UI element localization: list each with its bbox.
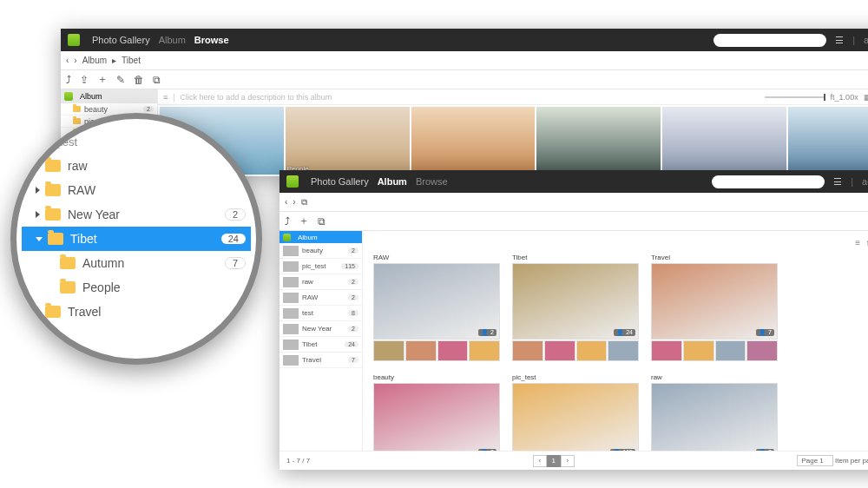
album-cover: 👤 7 — [651, 263, 778, 340]
app-title: Photo Gallery — [311, 176, 369, 187]
user-label[interactable]: admin — [862, 176, 868, 187]
tree-item[interactable]: RAW — [22, 178, 251, 202]
nav-album[interactable]: Album — [378, 176, 407, 187]
album-card[interactable]: pic_test👤 115 — [512, 373, 639, 454]
nav-browse[interactable]: Browse — [194, 35, 229, 45]
share-icon[interactable]: ⤴ — [66, 74, 71, 86]
user-label[interactable]: admin — [864, 35, 868, 45]
range-label: 1 - 7 / 7 — [286, 457, 310, 465]
album-grid: ≡ ↑↓｜ ︿ RAW👤 2Tibet👤 24Travel👤 7beauty👤 … — [363, 231, 868, 454]
filter-icon[interactable]: ☰ — [835, 35, 844, 46]
description-input[interactable]: Click here to add a description to this … — [181, 93, 332, 102]
expand-icon[interactable] — [36, 187, 40, 194]
collapse-icon[interactable] — [36, 237, 43, 241]
expand-icon[interactable] — [36, 211, 40, 218]
thumb-icon — [283, 308, 299, 319]
photo[interactable] — [788, 107, 868, 175]
tree-item[interactable]: Autumn7 — [22, 251, 251, 275]
search-input[interactable] — [713, 34, 826, 47]
album-title: Tibet — [512, 254, 639, 261]
forward-icon[interactable]: › — [293, 197, 295, 207]
share-icon[interactable]: ⤴ — [285, 215, 290, 228]
search-input[interactable] — [712, 175, 825, 188]
album-thumb — [405, 340, 437, 361]
tree-item[interactable]: New Year2 — [22, 202, 251, 227]
album-cover: 👤 24 — [512, 263, 639, 340]
tree-item[interactable]: Tibet24 — [22, 227, 251, 251]
menu-icon[interactable]: ≡ — [855, 238, 860, 250]
photo[interactable] — [662, 107, 786, 175]
sidebar-item[interactable]: New Year2 — [279, 321, 362, 337]
sidebar-header[interactable]: Album — [61, 89, 157, 103]
album-thumb — [576, 340, 608, 361]
page-select[interactable]: Page 1 — [797, 455, 832, 466]
sidebar-item[interactable]: pic_test115 — [279, 259, 362, 274]
album-cover: 👤 2 — [651, 383, 778, 454]
album-count: 👤 2 — [478, 329, 496, 336]
tree-item[interactable]: People — [22, 275, 251, 300]
current-page-button[interactable]: 1 — [547, 455, 561, 467]
folder-icon — [30, 135, 46, 148]
edit-icon[interactable]: ✎ — [116, 74, 125, 86]
zoom-slider[interactable] — [765, 96, 825, 98]
toolbar: ⤴ ⇪ ＋ ✎ 🗑 ⧉ — [61, 70, 868, 89]
thumb-icon — [283, 246, 299, 256]
folder-icon — [45, 306, 61, 318]
tree-item[interactable]: Travel — [22, 300, 251, 324]
back-icon[interactable]: ‹ — [285, 197, 287, 207]
per-page-label: Item per page — [835, 457, 868, 465]
prev-page-button[interactable]: ‹ — [533, 455, 547, 467]
album-card[interactable]: RAW👤 2 — [373, 254, 500, 361]
album-title: Travel — [651, 254, 778, 261]
sidebar-item[interactable]: test8 — [279, 306, 362, 321]
tree-item[interactable]: raw — [22, 154, 251, 178]
count-badge: 24 — [345, 341, 358, 347]
nav-browse[interactable]: Browse — [416, 176, 448, 187]
copy-icon[interactable]: ⧉ — [153, 74, 161, 86]
breadcrumb-current[interactable]: Tibet — [122, 56, 141, 65]
delete-icon[interactable]: 🗑 — [134, 74, 144, 86]
sidebar-item[interactable]: Travel7 — [279, 353, 362, 368]
album-count: 👤 24 — [614, 329, 635, 336]
menu-icon[interactable]: ≡ — [163, 93, 168, 102]
count-badge: 2 — [348, 294, 358, 300]
app-logo-icon — [68, 34, 80, 46]
album-title: beauty — [373, 373, 500, 381]
back-icon[interactable]: ‹ — [66, 56, 69, 65]
view-grid-icon[interactable]: ▦ — [864, 93, 868, 102]
photo[interactable]: People — [286, 107, 410, 175]
tab-button[interactable]: ⧉ — [301, 197, 307, 208]
copy-icon[interactable]: ⧉ — [318, 215, 326, 228]
sidebar-header[interactable]: Album — [279, 231, 362, 243]
album-card[interactable]: raw👤 2 — [651, 373, 778, 454]
photo[interactable] — [411, 107, 536, 175]
count-badge: 7 — [225, 257, 246, 269]
album-card[interactable]: beauty👤 2 — [373, 373, 500, 454]
album-cover: 👤 2 — [373, 263, 500, 340]
sidebar-item[interactable]: Tibet24 — [279, 337, 362, 353]
nav-album[interactable]: Album — [159, 35, 186, 45]
thumb-icon — [283, 261, 299, 272]
sidebar-item[interactable]: RAW2 — [279, 290, 362, 306]
breadcrumb-bar: ‹ › ⧉ — [279, 193, 868, 212]
album-thumb — [469, 340, 500, 361]
upload-icon[interactable]: ⇪ — [80, 74, 89, 86]
album-title: RAW — [373, 254, 500, 261]
sidebar-item[interactable]: beauty2 — [279, 243, 362, 259]
photo[interactable] — [536, 107, 661, 175]
pagination-bar: 1 - 7 / 7 ‹ 1 › Page 1 Item per page 250 — [279, 451, 868, 470]
filter-icon[interactable]: ☰ — [833, 176, 842, 188]
forward-icon[interactable]: › — [74, 56, 76, 65]
sidebar-item[interactable]: raw2 — [279, 274, 362, 290]
add-icon[interactable]: ＋ — [97, 72, 108, 87]
album-thumb — [512, 340, 543, 361]
thumb-icon — [283, 324, 299, 334]
next-page-button[interactable]: › — [561, 455, 575, 467]
add-icon[interactable]: ＋ — [299, 214, 309, 228]
album-card[interactable]: Tibet👤 24 — [512, 254, 639, 361]
magnifier: _testrawRAWNew Year2Tibet24Autumn7People… — [10, 113, 262, 365]
album-cover: 👤 2 — [373, 383, 500, 454]
sidebar-item-label: Tibet — [302, 340, 318, 348]
album-card[interactable]: Travel👤 7 — [651, 254, 778, 361]
breadcrumb-root[interactable]: Album — [82, 56, 107, 65]
